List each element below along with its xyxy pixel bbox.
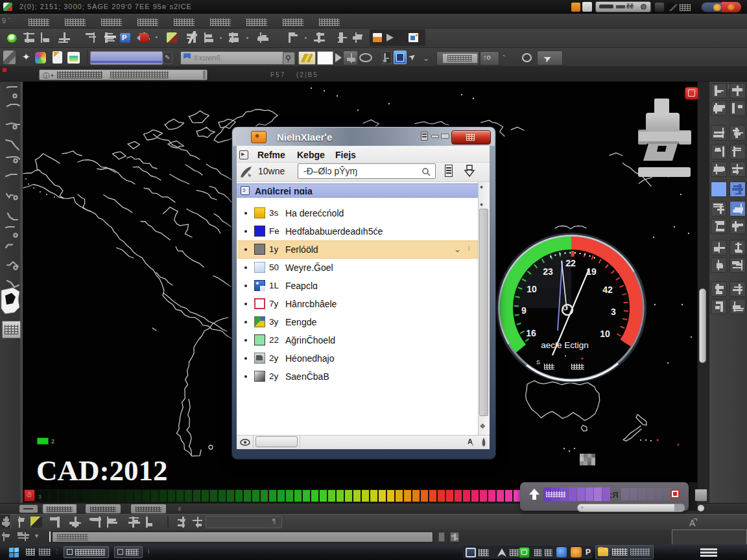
svg-text:10: 10 [527, 284, 537, 294]
svg-text:23: 23 [543, 266, 553, 277]
svg-text:42: 42 [602, 285, 613, 295]
svg-text:10: 10 [600, 329, 610, 339]
svg-text:22: 22 [565, 258, 576, 268]
svg-text:S: S [536, 359, 540, 366]
svg-text:16: 16 [526, 328, 536, 338]
svg-text:9: 9 [521, 305, 527, 316]
svg-text:3: 3 [611, 307, 616, 317]
svg-text:aecle Ectign: aecle Ectign [541, 340, 589, 350]
